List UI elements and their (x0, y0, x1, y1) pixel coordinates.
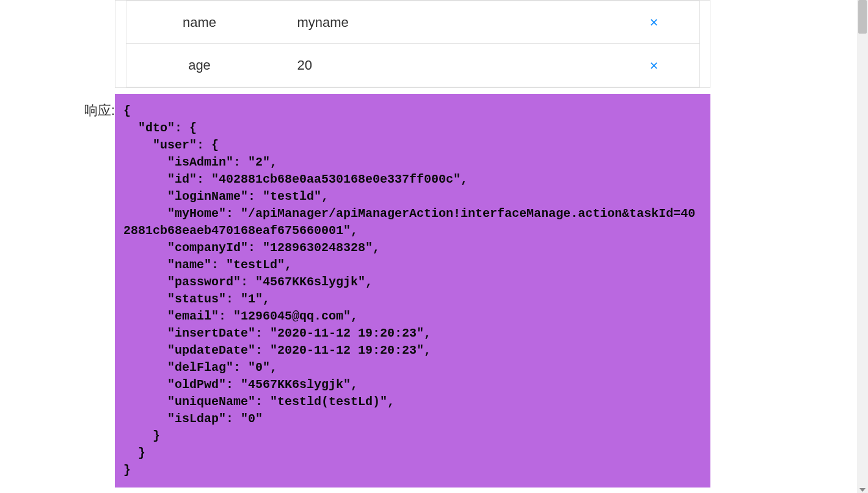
table-row: age 20 ✕ (126, 44, 699, 87)
params-panel: name myname ✕ age 20 ✕ (115, 0, 710, 88)
param-action-cell: ✕ (609, 15, 699, 29)
table-row: name myname ✕ (126, 1, 699, 44)
param-key-cell: name (126, 15, 273, 31)
delete-row-icon[interactable]: ✕ (649, 60, 658, 71)
scrollbar-thumb[interactable] (858, 0, 867, 34)
response-label: 响应: (67, 94, 115, 120)
params-table: name myname ✕ age 20 ✕ (126, 1, 700, 87)
response-section: 响应: { "dto": { "user": { "isAdmin": "2",… (67, 94, 849, 488)
param-key-cell: age (126, 57, 273, 73)
param-value-cell: 20 (273, 57, 609, 73)
param-action-cell: ✕ (609, 59, 699, 73)
delete-row-icon[interactable]: ✕ (649, 17, 658, 28)
vertical-scrollbar[interactable] (857, 0, 868, 488)
param-value-cell: myname (273, 15, 609, 31)
response-body: { "dto": { "user": { "isAdmin": "2", "id… (115, 94, 710, 488)
